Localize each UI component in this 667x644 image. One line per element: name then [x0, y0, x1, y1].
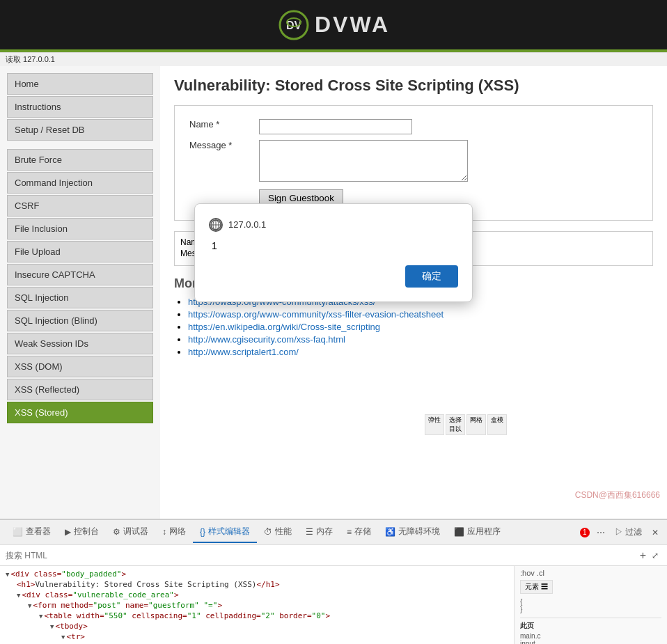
console-icon: ▶	[65, 527, 71, 537]
search-expand-icon[interactable]: ⤢	[649, 549, 661, 562]
sidebar-item-csrf[interactable]: CSRF	[7, 195, 153, 217]
alert-dialog: 127.0.0.1 1 确定	[194, 203, 473, 302]
devtools-actions: 1 ⋯ ▷ 过滤 ✕	[580, 525, 661, 540]
more-info-link-2[interactable]: https://en.wikipedia.org/wiki/Cross-site…	[188, 322, 380, 332]
html-line: ▼<tr>	[6, 631, 508, 642]
accessibility-label: 无障碍环境	[398, 526, 440, 537]
debugger-icon: ⚙	[113, 527, 120, 537]
sidebar-item-brute-force[interactable]: Brute Force	[7, 149, 153, 171]
memory-icon: ☰	[306, 527, 313, 537]
devtools-panel: ⬜ 查看器 ▶ 控制台 ⚙ 调试器 ↕ 网络 {} 样式编辑器 ⏱ 性能 ☰ 内…	[0, 519, 667, 644]
message-input-cell	[255, 137, 642, 187]
list-item: https://en.wikipedia.org/wiki/Cross-site…	[188, 322, 653, 332]
devtools-tab-inspector[interactable]: ⬜ 查看器	[6, 521, 58, 543]
name-label: Name *	[185, 116, 255, 137]
dialog-origin-text: 127.0.0.1	[228, 219, 266, 230]
sidebar-item-instructions[interactable]: Instructions	[7, 96, 153, 118]
sidebar-item-xss-reflected[interactable]: XSS (Reflected)	[7, 379, 153, 400]
name-input-cell	[255, 116, 642, 137]
devtools-options-button[interactable]: ⋯	[594, 526, 608, 539]
devtools-right-panel: :hov .cl 元素 ☰ { } 此页 main.c input, texta…	[514, 566, 667, 644]
app-header: DV DVWA	[0, 0, 667, 52]
devtools-tab-network[interactable]: ↕ 网络	[155, 521, 193, 543]
message-label: Message *	[185, 137, 255, 187]
sidebar: Home Instructions Setup / Reset DB Brute…	[0, 66, 160, 519]
more-info-link-1[interactable]: https://owasp.org/www-community/xss-filt…	[188, 309, 444, 320]
list-item: http://www.cgisecurity.com/xss-faq.html	[188, 334, 653, 345]
devtools-tab-style-editor[interactable]: {} 样式编辑器	[193, 521, 257, 543]
sidebar-item-sql-injection-blind[interactable]: SQL Injection (Blind)	[7, 310, 153, 331]
globe-icon	[209, 218, 223, 232]
devtools-tab-debugger[interactable]: ⚙ 调试器	[106, 521, 155, 543]
more-info-link-3[interactable]: http://www.cgisecurity.com/xss-faq.html	[188, 334, 345, 345]
form-row-name: Name *	[185, 116, 642, 137]
dialog-header: 127.0.0.1	[209, 218, 458, 232]
sidebar-item-setup-reset-db[interactable]: Setup / Reset DB	[7, 119, 153, 141]
html-search-input[interactable]	[6, 551, 640, 560]
accessibility-icon: ♿	[385, 527, 395, 537]
message-textarea[interactable]	[259, 140, 468, 182]
sidebar-item-weak-session-ids[interactable]: Weak Session IDs	[7, 333, 153, 354]
performance-label: 性能	[275, 526, 292, 537]
dialog-footer: 确定	[209, 265, 458, 288]
list-item: https://owasp.org/www-community/xss-filt…	[188, 309, 653, 320]
devtools-tab-console[interactable]: ▶ 控制台	[58, 521, 106, 543]
storage-label: 存储	[354, 526, 371, 537]
application-icon: ⬛	[454, 527, 464, 537]
inspector-icon: ⬜	[13, 527, 23, 537]
sidebar-item-xss-dom[interactable]: XSS (DOM)	[7, 356, 153, 377]
sidebar-top-group: Home Instructions Setup / Reset DB	[7, 73, 153, 141]
devtools-filter-button[interactable]: ▷ 过滤	[612, 525, 645, 540]
html-line: <h1>Vulnerability: Stored Cross Site Scr…	[6, 579, 508, 590]
style-editor-icon: {}	[200, 527, 205, 537]
network-icon: ↕	[162, 527, 166, 537]
devtools-tab-application[interactable]: ⬛ 应用程序	[447, 521, 508, 543]
error-badge: 1	[580, 528, 590, 537]
reading-status-bar: 读取 127.0.0.1	[0, 52, 667, 66]
html-line: ▼<form method="post" name="guestform" "=…	[6, 600, 508, 611]
dvwa-logo: DV DVWA	[277, 8, 390, 42]
memory-label: 内存	[316, 526, 333, 537]
inspector-label: 查看器	[26, 526, 51, 537]
sidebar-item-home[interactable]: Home	[7, 73, 153, 95]
devtools-tab-storage[interactable]: ≡ 存储	[340, 521, 378, 543]
devtools-tab-accessibility[interactable]: ♿ 无障碍环境	[378, 521, 447, 543]
html-line: ▼<table width="550" cellspacing="1" cell…	[6, 611, 508, 621]
right-panel-computed: 此页 main.c input, textare select { font- …	[520, 618, 661, 644]
page-title: Vulnerability: Stored Cross Site Scripti…	[174, 77, 653, 95]
sidebar-item-file-inclusion[interactable]: File Inclusion	[7, 218, 153, 239]
more-info-links-list: https://owasp.org/www-community/attacks/…	[174, 297, 653, 357]
html-panel[interactable]: ▼<div class="body_padded"> <h1>Vulnerabi…	[0, 566, 514, 644]
dialog-confirm-button[interactable]: 确定	[405, 265, 458, 288]
html-line: ▼<div class="body_padded">	[6, 569, 508, 579]
element-button[interactable]: 元素 ☰	[520, 580, 553, 594]
dvwa-logo-icon: DV	[277, 8, 311, 42]
sidebar-item-command-injection[interactable]: Command Injection	[7, 172, 153, 194]
devtools-tab-performance[interactable]: ⏱ 性能	[257, 521, 299, 543]
sidebar-item-xss-stored[interactable]: XSS (Stored)	[7, 402, 153, 423]
sidebar-item-file-upload[interactable]: File Upload	[7, 241, 153, 262]
console-label: 控制台	[74, 526, 99, 537]
dialog-message: 1	[209, 240, 458, 251]
right-panel-selected-rule: { }	[520, 598, 661, 613]
network-label: 网络	[169, 526, 186, 537]
devtools-search-bar: + ⤢	[0, 545, 667, 566]
more-info-link-4[interactable]: http://www.scriptalert1.com/	[188, 347, 299, 357]
form-table: Name * Message *	[185, 116, 642, 210]
sidebar-item-insecure-captcha[interactable]: Insecure CAPTCHA	[7, 264, 153, 285]
html-line: ▼<tbody>	[6, 621, 508, 631]
style-editor-label: 样式编辑器	[208, 526, 250, 537]
search-add-icon[interactable]: +	[640, 549, 646, 562]
dvwa-logo-text: DVWA	[315, 12, 390, 38]
form-row-message: Message *	[185, 137, 642, 187]
devtools-close-button[interactable]: ✕	[649, 526, 661, 539]
application-label: 应用程序	[467, 526, 501, 537]
sidebar-vuln-group: Brute Force Command Injection CSRF File …	[7, 149, 153, 423]
debugger-label: 调试器	[123, 526, 148, 537]
devtools-toolbar: ⬜ 查看器 ▶ 控制台 ⚙ 调试器 ↕ 网络 {} 样式编辑器 ⏱ 性能 ☰ 内…	[0, 520, 667, 545]
sidebar-item-sql-injection[interactable]: SQL Injection	[7, 287, 153, 308]
sidebar-divider	[7, 142, 153, 149]
name-input[interactable]	[259, 119, 412, 134]
devtools-tab-memory[interactable]: ☰ 内存	[299, 521, 340, 543]
right-panel-pseudo-label: :hov .cl	[520, 569, 544, 577]
